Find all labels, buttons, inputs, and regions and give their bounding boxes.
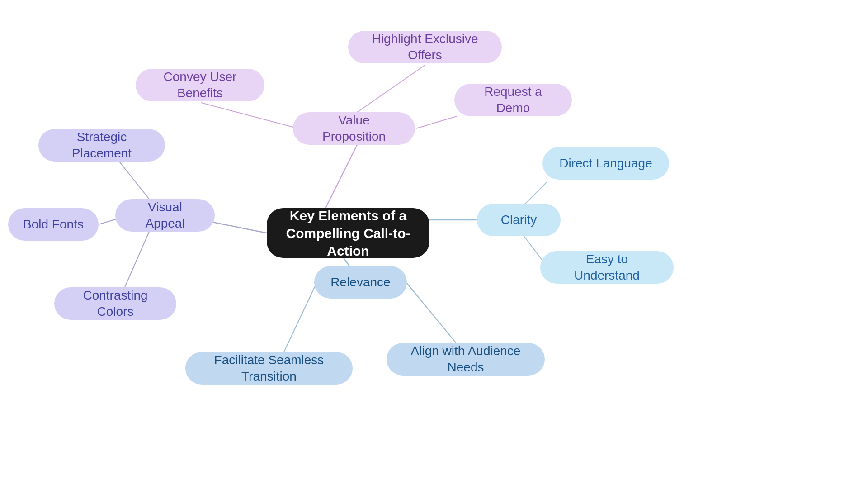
easy-to-understand-node: Easy to Understand — [540, 251, 674, 284]
center-node: Key Elements of a Compelling Call-to-Act… — [267, 208, 429, 258]
svg-line-7 — [201, 103, 298, 128]
svg-line-5 — [357, 65, 425, 112]
visual-appeal-node: Visual Appeal — [115, 199, 215, 232]
highlight-offers-node: Highlight Exclusive Offers — [348, 31, 502, 63]
relevance-node: Relevance — [314, 266, 407, 299]
align-audience-node: Align with Audience Needs — [387, 343, 545, 376]
strategic-placement-node: Strategic Placement — [38, 129, 165, 162]
direct-language-node: Direct Language — [542, 147, 669, 180]
clarity-node: Clarity — [477, 204, 561, 236]
facilitate-transition-node: Facilitate Seamless Transition — [185, 352, 353, 385]
request-demo-node: Request a Demo — [454, 84, 572, 116]
svg-line-4 — [326, 145, 357, 208]
bold-fonts-node: Bold Fonts — [8, 208, 99, 241]
value-proposition-node: Value Proposition — [293, 112, 415, 145]
contrasting-colors-node: Contrasting Colors — [54, 287, 176, 320]
convey-benefits-node: Convey User Benefits — [136, 69, 264, 101]
svg-line-6 — [416, 116, 457, 128]
